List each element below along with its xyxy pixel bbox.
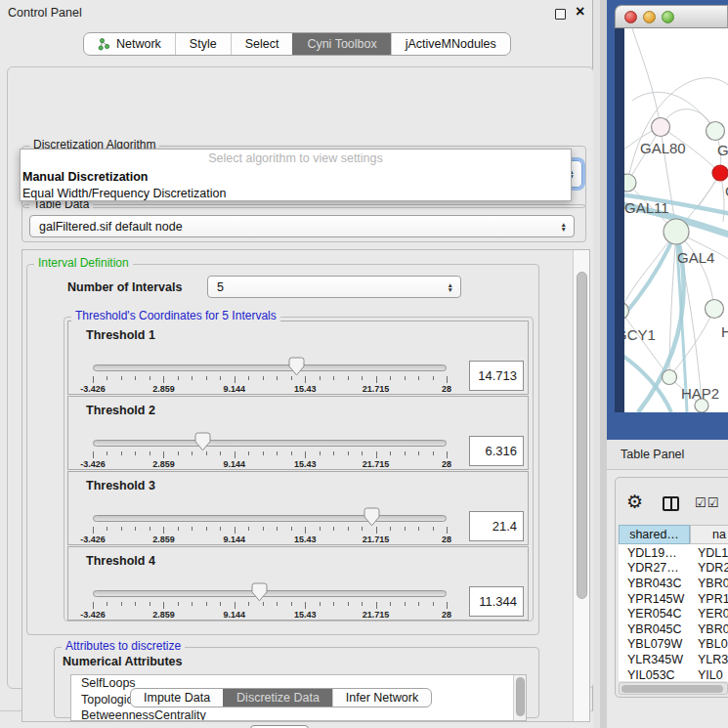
threshold-slider-thumb[interactable] xyxy=(251,582,268,602)
cell-name[interactable]: YIL0 xyxy=(690,668,723,682)
threshold-slider-track[interactable] xyxy=(93,515,447,522)
cell-shared-name[interactable]: YER054C xyxy=(619,607,690,621)
network-node-h[interactable] xyxy=(706,300,724,319)
table-row[interactable]: YLR345WYLR3 xyxy=(619,652,728,667)
table-row[interactable]: YDR27…YDR2… xyxy=(619,561,728,577)
major-tick xyxy=(305,376,306,383)
threshold-slider-track[interactable] xyxy=(93,440,447,447)
select-columns-icon[interactable]: ☑☑ xyxy=(695,495,719,510)
major-tick xyxy=(163,527,164,534)
interval-definition-label: Interval Definition xyxy=(34,257,133,270)
cell-shared-name[interactable]: YBR043C xyxy=(619,577,690,590)
control-panel-window: Control Panel × NetworkStyleSelectCyni T… xyxy=(0,0,593,711)
threshold-slider-thumb[interactable] xyxy=(194,432,211,451)
network-node-gcy1[interactable] xyxy=(624,303,629,320)
tick-label: 15.43 xyxy=(294,535,317,544)
list-item-betweennesscentrality[interactable]: BetweennessCentrality xyxy=(71,707,526,721)
table-row[interactable]: YBR043CYBR0 xyxy=(619,576,728,591)
tab-cyni-toolbox[interactable]: Cyni Toolbox xyxy=(292,33,390,55)
table-column-header-name[interactable]: na xyxy=(690,525,728,544)
tab-label: Style xyxy=(190,37,217,51)
tick-label: 2.859 xyxy=(152,384,175,394)
numerical-attributes-label: Numerical Attributes xyxy=(63,655,182,668)
cell-shared-name[interactable]: YBL079W xyxy=(619,637,690,651)
table-horizontal-scrollbar[interactable] xyxy=(619,682,728,695)
cell-name[interactable]: YER0 xyxy=(690,607,728,621)
cell-name[interactable]: YBR0 xyxy=(690,622,728,636)
threshold-value-field[interactable]: 11.344 xyxy=(469,586,524,617)
dropdown-option-manual-discretization[interactable]: Manual Discretization xyxy=(22,169,569,185)
tab-select[interactable]: Select xyxy=(231,33,293,55)
tab-label: Cyni Toolbox xyxy=(307,37,376,51)
table-row[interactable]: YDL19…YDL1… xyxy=(619,545,728,561)
tab-network[interactable]: Network xyxy=(84,33,175,55)
table-horizontal-scrollbar-thumb[interactable] xyxy=(621,685,723,693)
cell-name[interactable]: YPR1 xyxy=(690,592,728,606)
table-row[interactable]: YBL079WYBL0 xyxy=(619,637,728,653)
minor-tick xyxy=(135,451,136,455)
cell-shared-name[interactable]: YIL053C xyxy=(619,668,690,682)
vertical-scrollbar-thumb[interactable] xyxy=(577,272,587,599)
threshold-slider-track[interactable] xyxy=(93,364,447,371)
tick-label: 28 xyxy=(442,535,451,544)
network-node-gal7[interactable] xyxy=(707,122,725,141)
table-row[interactable]: YER054CYER0 xyxy=(619,606,728,621)
cell-name[interactable]: YDL1… xyxy=(690,546,728,560)
minor-tick xyxy=(320,451,321,455)
close-icon[interactable]: × xyxy=(576,3,584,21)
table-row[interactable]: YIL053CYIL0 xyxy=(619,667,728,682)
cell-shared-name[interactable]: YDR27… xyxy=(619,561,690,575)
threshold-value-field[interactable]: 6.316 xyxy=(469,436,524,466)
dropdown-hint: Select algorithm to view settings xyxy=(21,151,571,165)
threshold-slider-track[interactable] xyxy=(93,590,447,597)
network-node-hap2[interactable] xyxy=(663,370,677,385)
zoom-traffic-light-icon[interactable] xyxy=(662,11,674,23)
cell-name[interactable]: YLR3 xyxy=(690,653,728,666)
network-node-gal80[interactable] xyxy=(652,118,670,137)
threshold-value-field[interactable]: 14.713 xyxy=(469,361,524,391)
table-data-select[interactable]: galFiltered.sif default node ▲▼ xyxy=(29,215,575,237)
number-of-intervals-select[interactable]: 5 ▲▼ xyxy=(207,276,461,298)
minor-tick xyxy=(248,451,249,455)
cell-shared-name[interactable]: YDL19… xyxy=(619,546,690,560)
split-columns-icon[interactable] xyxy=(663,496,679,511)
cell-shared-name[interactable]: YPR145W xyxy=(619,592,690,606)
list-scrollbar[interactable] xyxy=(513,675,526,720)
tick-label: -3.426 xyxy=(80,535,106,544)
table-row[interactable]: YPR145WYPR1 xyxy=(619,591,728,607)
list-scrollbar-thumb[interactable] xyxy=(516,677,525,716)
tab-jactivemnodules[interactable]: jActiveMNodules xyxy=(391,33,510,55)
network-node-gal11[interactable] xyxy=(624,174,636,192)
tab-style[interactable]: Style xyxy=(175,33,231,55)
threshold-value-field[interactable]: 21.4 xyxy=(469,511,524,541)
cell-name[interactable]: YBR0 xyxy=(690,577,728,590)
network-node-gal4[interactable] xyxy=(664,219,689,244)
dropdown-option-equal-width-frequency-discretization[interactable]: Equal Width/Frequency Discretization xyxy=(22,186,569,201)
major-tick xyxy=(93,527,94,534)
panel-divider-shadow xyxy=(600,0,607,728)
minimize-traffic-light-icon[interactable] xyxy=(643,11,656,23)
major-tick xyxy=(447,602,448,609)
cell-name[interactable]: YDR2… xyxy=(690,561,728,575)
cell-shared-name[interactable]: YLR345W xyxy=(619,653,690,666)
table-column-header-shared-name[interactable]: shared… xyxy=(619,525,690,544)
network-node-red[interactable] xyxy=(712,165,728,181)
major-tick xyxy=(235,602,236,609)
threshold-slider-thumb[interactable] xyxy=(288,357,305,376)
tab-infer-network[interactable]: Infer Network xyxy=(332,689,431,707)
float-window-icon[interactable] xyxy=(555,9,566,20)
tab-discretize-data[interactable]: Discretize Data xyxy=(223,689,332,707)
table-row[interactable]: YBR045CYBR0 xyxy=(619,621,728,637)
network-edge xyxy=(632,28,661,127)
vertical-scrollbar[interactable] xyxy=(573,250,589,721)
cell-name[interactable]: YBL0 xyxy=(690,637,728,651)
cell-shared-name[interactable]: YBR045C xyxy=(619,622,690,636)
table-data-value: galFiltered.sif default node xyxy=(39,220,183,234)
close-traffic-light-icon[interactable] xyxy=(624,11,637,23)
network-canvas[interactable]: GAL80GACGAL11GAL4GCY1HHAP2 xyxy=(624,28,728,412)
column-header-label: na xyxy=(712,528,726,541)
tab-impute-data[interactable]: Impute Data xyxy=(131,689,223,707)
gear-icon[interactable]: ⚙ xyxy=(626,491,643,513)
threshold-slider-thumb[interactable] xyxy=(364,507,380,527)
major-tick xyxy=(163,376,164,383)
